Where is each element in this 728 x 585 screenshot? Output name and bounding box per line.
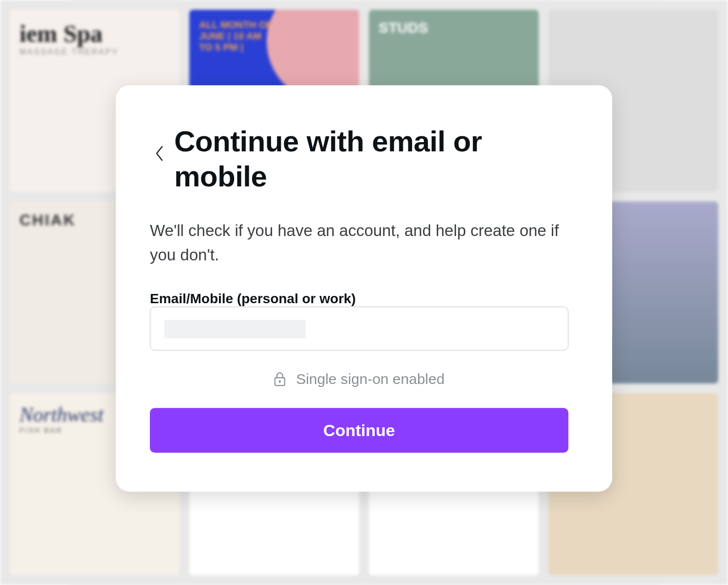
auth-modal: Continue with email or mobile We'll chec… — [116, 85, 612, 492]
email-mobile-input[interactable] — [150, 307, 568, 350]
email-mobile-label: Email/Mobile (personal or work) — [150, 291, 356, 306]
lock-icon — [273, 372, 286, 386]
bg-template-title: iem Spa — [19, 19, 170, 48]
bg-template-subtitle: MASSAGE THERAPY — [19, 48, 170, 56]
sso-indicator: Single sign-on enabled — [150, 371, 568, 387]
modal-title: Continue with email or mobile — [174, 124, 568, 194]
continue-button[interactable]: Continue — [150, 408, 568, 453]
bg-text: ALL MONTH OF — [199, 19, 349, 31]
bg-text: TO 5 PM | — [199, 42, 349, 53]
svg-rect-2 — [279, 381, 280, 383]
back-button[interactable] — [150, 139, 169, 168]
bg-text: JUNE | 10 AM — [199, 31, 349, 42]
chevron-left-icon — [155, 145, 164, 162]
bg-text: STUDS — [379, 19, 529, 36]
sso-text: Single sign-on enabled — [296, 371, 444, 387]
modal-subtitle: We'll check if you have an account, and … — [150, 219, 568, 267]
modal-header: Continue with email or mobile — [150, 124, 568, 194]
